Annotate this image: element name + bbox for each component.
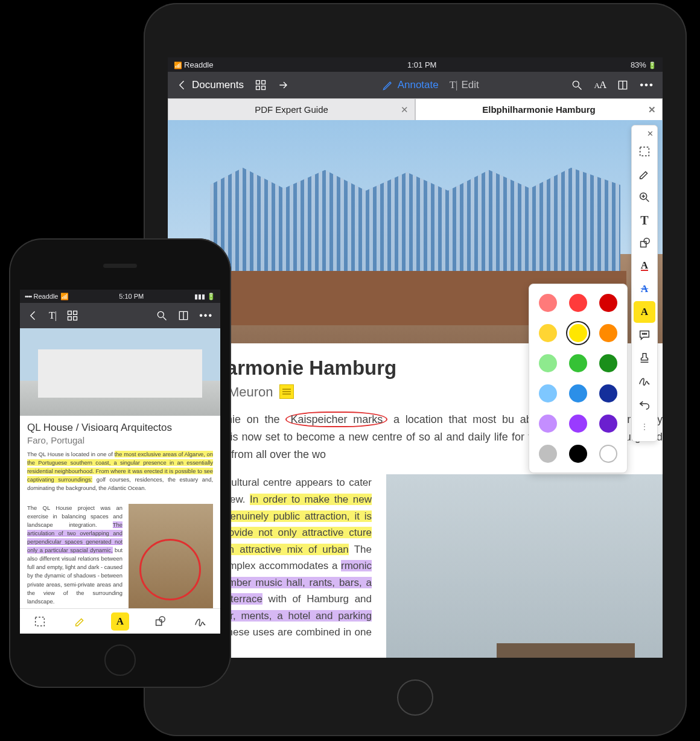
iphone-bottom-toolbar: A	[20, 608, 220, 634]
svg-point-14	[644, 333, 645, 334]
iphone-device: •••• Readdle 📶 5:10 PM ▮▮▮ 🔋 T| ••• QL H…	[9, 238, 231, 688]
color-swatch-selected[interactable]	[569, 324, 587, 342]
text-cursor-icon: T|	[450, 79, 458, 91]
article-inset-image	[386, 474, 663, 658]
battery-label: 83%	[631, 60, 657, 69]
svg-point-20	[158, 311, 164, 317]
ipad-toolbar: Documents Annotate T| Edit AA •••	[168, 72, 663, 98]
color-swatch[interactable]	[539, 354, 557, 372]
svg-rect-19	[74, 317, 77, 320]
color-swatch[interactable]	[569, 384, 587, 402]
color-swatch[interactable]	[599, 415, 617, 433]
bookmark-icon[interactable]	[177, 310, 189, 322]
document-area[interactable]: QL House / Visioarq Arquitectos Faro, Po…	[20, 328, 220, 608]
svg-rect-0	[256, 81, 259, 84]
close-tab-icon[interactable]: ✕	[401, 104, 409, 115]
text-cursor-icon[interactable]: T|	[49, 310, 57, 321]
svg-rect-17	[74, 311, 77, 315]
font-size-icon[interactable]: AA	[594, 79, 606, 91]
highlight-tool[interactable]: A	[111, 612, 129, 631]
color-swatch[interactable]	[539, 445, 557, 463]
grid-icon[interactable]	[66, 310, 78, 322]
select-tool[interactable]	[31, 612, 49, 631]
circle-annotation[interactable]: Kaispeicher marks	[285, 412, 387, 427]
shape-tool[interactable]	[634, 232, 655, 254]
svg-rect-3	[262, 86, 266, 90]
more-icon[interactable]: •••	[640, 79, 654, 91]
color-swatch[interactable]	[539, 384, 557, 402]
color-swatch[interactable]	[569, 415, 587, 433]
tab-bar: PDF Expert Guide ✕ Elbphilharmonie Hambu…	[168, 98, 663, 120]
grid-icon[interactable]	[255, 79, 267, 91]
svg-rect-1	[262, 81, 266, 84]
shape-tool[interactable]	[151, 612, 169, 631]
sticky-note-icon[interactable]	[279, 384, 294, 399]
svg-rect-6	[640, 147, 649, 156]
arrow-recent-icon[interactable]	[278, 79, 290, 91]
underline-tool[interactable]: A	[634, 255, 655, 277]
iphone-home-button[interactable]	[104, 644, 136, 676]
color-swatch[interactable]	[569, 354, 587, 372]
color-swatch[interactable]	[569, 294, 587, 312]
back-chevron-icon[interactable]	[27, 310, 39, 322]
signature-tool[interactable]	[634, 370, 655, 392]
svg-rect-23	[156, 620, 162, 625]
stamp-tool[interactable]	[634, 347, 655, 369]
edit-label: Edit	[462, 79, 479, 91]
svg-rect-18	[68, 317, 71, 320]
ipad-status-bar: Readdle 1:01 PM 83%	[168, 57, 663, 72]
tab-title: PDF Expert Guide	[255, 104, 328, 115]
color-swatch[interactable]	[599, 324, 617, 342]
edit-mode-button[interactable]: T| Edit	[450, 79, 479, 91]
bookmark-icon[interactable]	[617, 79, 629, 91]
close-palette-icon[interactable]: ✕	[647, 129, 654, 138]
undo-tool[interactable]	[634, 393, 655, 415]
svg-point-13	[642, 333, 643, 334]
color-swatch[interactable]	[539, 415, 557, 433]
iphone-speaker	[103, 264, 137, 268]
article-title: QL House / Visioarq Arquitectos	[27, 422, 213, 434]
signature-tool[interactable]	[191, 612, 209, 631]
color-swatch[interactable]	[539, 324, 557, 342]
svg-rect-16	[68, 311, 71, 315]
close-tab-icon[interactable]: ✕	[648, 104, 656, 115]
strikeout-tool[interactable]: A	[634, 278, 655, 300]
svg-rect-11	[641, 241, 646, 247]
svg-point-4	[573, 81, 579, 87]
search-icon[interactable]	[571, 79, 583, 91]
article-paragraph: The QL House project was an exercise in …	[27, 504, 122, 606]
svg-point-15	[646, 333, 647, 334]
svg-rect-22	[36, 617, 45, 626]
pencil-icon	[382, 79, 394, 91]
highlight-tool[interactable]: A	[634, 301, 655, 323]
color-swatch[interactable]	[539, 294, 557, 312]
zoom-tool[interactable]	[634, 186, 655, 208]
color-swatch[interactable]	[599, 384, 617, 402]
svg-line-8	[646, 199, 649, 202]
hero-image	[20, 328, 220, 416]
tab-elbphilharmonie[interactable]: Elbphilharmonie Hamburg ✕	[415, 98, 663, 120]
clock-label: 5:10 PM	[119, 293, 144, 300]
select-tool[interactable]	[634, 141, 655, 162]
carrier-label: •••• Readdle 📶	[25, 293, 69, 301]
iphone-status-bar: •••• Readdle 📶 5:10 PM ▮▮▮ 🔋	[20, 290, 220, 303]
tab-pdf-expert-guide[interactable]: PDF Expert Guide ✕	[168, 98, 415, 120]
text-tool[interactable]: T	[634, 209, 655, 231]
more-tools[interactable]: ⋮	[634, 416, 655, 437]
color-swatch[interactable]	[569, 445, 587, 463]
carrier-label: Readdle	[174, 60, 214, 69]
ipad-home-button[interactable]	[397, 679, 433, 716]
marker-tool[interactable]	[634, 164, 655, 185]
marker-tool[interactable]	[71, 612, 89, 631]
back-button[interactable]: Documents	[176, 79, 244, 91]
search-icon[interactable]	[156, 310, 168, 322]
color-swatch[interactable]	[599, 294, 617, 312]
annotate-label: Annotate	[398, 79, 439, 91]
more-icon[interactable]: •••	[199, 310, 213, 321]
comment-tool[interactable]	[634, 324, 655, 346]
svg-point-24	[159, 616, 165, 622]
svg-rect-2	[256, 86, 259, 90]
color-swatch[interactable]	[599, 354, 617, 372]
annotate-mode-button[interactable]: Annotate	[382, 79, 439, 91]
color-swatch-none[interactable]	[599, 445, 617, 463]
